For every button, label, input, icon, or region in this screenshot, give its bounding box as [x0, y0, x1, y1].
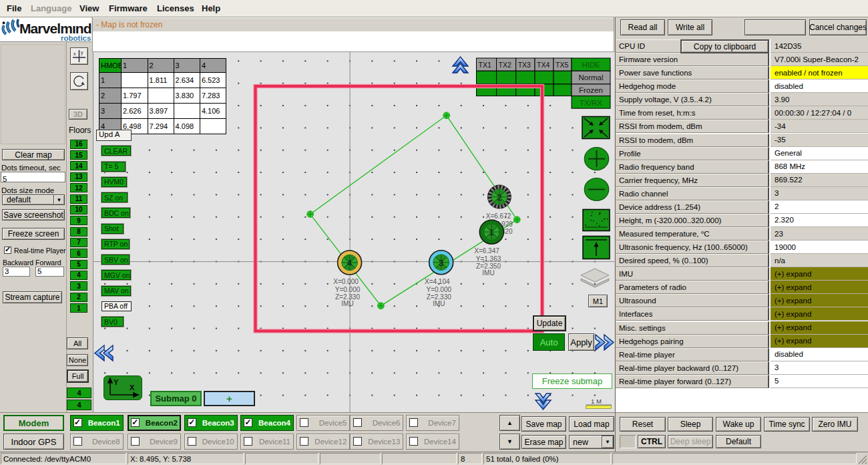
svg-text:HIDE: HIDE	[582, 61, 600, 69]
svg-text:Y=0.000: Y=0.000	[335, 286, 361, 293]
svg-text:3: 3	[439, 259, 443, 268]
svg-text:IMU: IMU	[482, 269, 494, 277]
svg-text:X=6.347: X=6.347	[474, 247, 499, 255]
svg-text:1: 1	[489, 228, 494, 237]
svg-text:1 M: 1 M	[591, 398, 602, 405]
svg-text:IMU: IMU	[433, 300, 445, 307]
svg-text:X=4.104: X=4.104	[425, 278, 450, 285]
svg-text:y: y	[81, 50, 83, 55]
svg-text:X: X	[130, 383, 135, 392]
svg-text:2: 2	[497, 193, 501, 202]
svg-text:TX1: TX1	[479, 61, 491, 69]
svg-text:X=0.000: X=0.000	[333, 278, 359, 285]
svg-text:TX5: TX5	[556, 61, 568, 69]
svg-text:TX2: TX2	[499, 61, 511, 69]
svg-text:Y: Y	[114, 378, 119, 386]
svg-text:Y=0.000: Y=0.000	[427, 286, 452, 293]
svg-text:IMU: IMU	[341, 300, 353, 307]
svg-text:TX3: TX3	[518, 61, 531, 69]
svg-text:x: x	[73, 51, 76, 56]
svg-text:Normal: Normal	[578, 73, 603, 82]
svg-text:X=6.672: X=6.672	[486, 212, 511, 220]
svg-text:Y=1.363: Y=1.363	[476, 255, 501, 263]
svg-text:4: 4	[347, 259, 352, 268]
svg-text:TX4: TX4	[537, 61, 550, 69]
svg-text:TX/RX: TX/RX	[580, 99, 602, 107]
svg-text:Frozen: Frozen	[579, 86, 603, 94]
